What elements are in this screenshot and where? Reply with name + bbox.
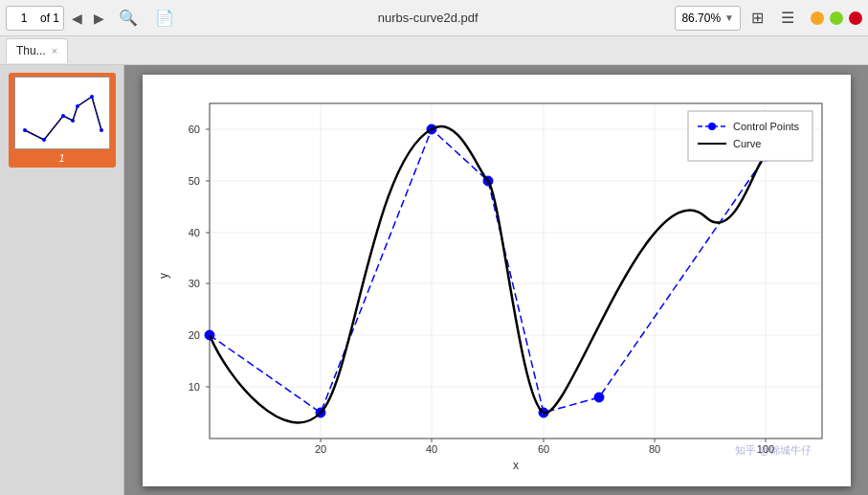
toolbar: 1 of 1 ◀ ▶ 🔍 📄 nurbs-curve2d.pdf 86.70% … <box>0 0 868 36</box>
maximize-button[interactable] <box>830 11 843 25</box>
page-number-input[interactable]: 1 <box>11 11 37 25</box>
svg-text:100: 100 <box>756 443 773 455</box>
pdf-page: 10 20 30 40 50 60 y <box>143 75 851 486</box>
tab-label: Thu... <box>16 44 46 57</box>
search-button[interactable]: 🔍 <box>112 6 145 31</box>
svg-text:y: y <box>157 273 170 279</box>
tabbar: Thu... × <box>0 36 868 65</box>
zoom-dropdown-icon: ▼ <box>724 12 734 23</box>
svg-text:20: 20 <box>188 329 199 341</box>
svg-text:10: 10 <box>188 381 199 393</box>
svg-text:50: 50 <box>188 175 199 187</box>
svg-text:Curve: Curve <box>733 138 761 149</box>
svg-point-3 <box>61 114 65 118</box>
content-area: 10 20 30 40 50 60 y <box>124 65 868 495</box>
close-button[interactable] <box>849 11 862 25</box>
zoom-selector[interactable]: 86.70% ▼ <box>675 6 741 31</box>
next-page-button[interactable]: ▶ <box>90 6 108 31</box>
window-controls <box>811 11 862 25</box>
svg-text:30: 30 <box>188 278 199 289</box>
svg-point-54 <box>708 123 716 130</box>
thumbnail-image <box>14 77 110 149</box>
svg-text:40: 40 <box>188 227 199 238</box>
svg-text:40: 40 <box>425 443 436 455</box>
minimize-button[interactable] <box>811 11 824 25</box>
page-total-label: of 1 <box>40 11 59 25</box>
svg-point-4 <box>71 119 75 123</box>
svg-text:x: x <box>513 459 519 472</box>
thumbnail-button[interactable]: ⊞ <box>745 6 770 31</box>
svg-point-50 <box>594 393 604 402</box>
tab-close-icon[interactable]: × <box>52 45 57 56</box>
main-area: 1 <box>0 65 868 495</box>
svg-point-1 <box>23 128 27 132</box>
tab-thumbnails[interactable]: Thu... × <box>6 38 68 63</box>
thumbnail-label: 1 <box>58 152 64 164</box>
prev-page-button[interactable]: ◀ <box>68 6 86 31</box>
thumbnail-container[interactable]: 1 <box>9 73 116 168</box>
sidebar: 1 <box>0 65 124 495</box>
page-nav-box: 1 of 1 <box>6 6 64 31</box>
document-title: nurbs-curve2d.pdf <box>185 11 671 25</box>
svg-point-2 <box>42 138 46 142</box>
options-button[interactable]: ☰ <box>774 6 801 31</box>
svg-point-5 <box>76 104 79 108</box>
svg-rect-52 <box>688 111 812 161</box>
page-view-button[interactable]: 📄 <box>148 6 181 31</box>
svg-text:20: 20 <box>314 443 325 455</box>
chart-svg: 10 20 30 40 50 60 y <box>152 84 841 477</box>
svg-text:Control Points: Control Points <box>733 121 800 132</box>
svg-point-7 <box>100 128 103 132</box>
svg-text:60: 60 <box>537 443 548 455</box>
svg-text:60: 60 <box>188 124 199 135</box>
zoom-value: 86.70% <box>681 11 721 25</box>
svg-rect-0 <box>15 78 110 149</box>
svg-point-6 <box>90 95 94 99</box>
chart-area: 10 20 30 40 50 60 y <box>152 84 841 477</box>
svg-text:80: 80 <box>648 443 659 455</box>
